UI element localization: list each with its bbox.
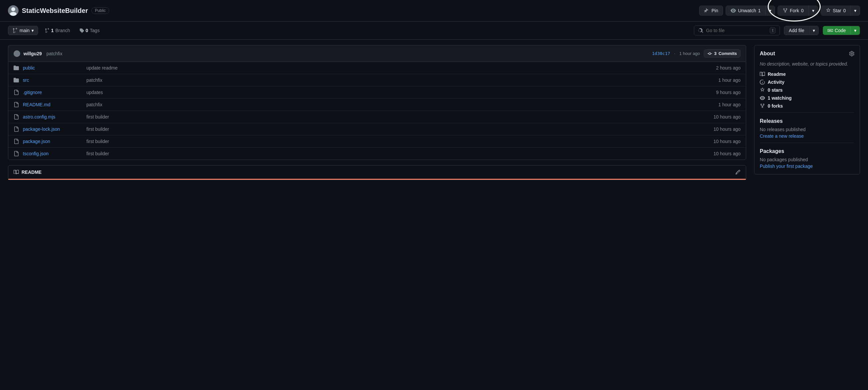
stars-stat-icon [760,87,765,93]
header-actions: Pin Unwatch 1 ▾ Fork 0 ▾ [699,6,860,16]
file-time: 10 hours ago [701,139,741,144]
unwatch-dropdown[interactable]: ▾ [766,6,775,15]
watching-link[interactable]: 1 watching [768,95,792,101]
sidebar: About No description, website, or topics… [754,45,860,180]
file-time: 2 hours ago [701,65,741,70]
branch-count-label: Branch [55,28,70,33]
forks-stat-icon [760,103,765,109]
file-row: package.json first builder 10 hours ago [8,136,746,148]
add-file-button[interactable]: Add file [784,26,809,35]
about-description: No description, website, or topics provi… [760,61,855,67]
watching-stat-icon [760,95,765,101]
readme-stat[interactable]: Readme [760,71,855,77]
file-name[interactable]: package-lock.json [23,126,83,132]
publish-package-link[interactable]: Publish your first package [760,163,813,169]
gear-icon[interactable] [849,51,855,56]
commit-time: 1 hour ago [679,51,700,56]
stars-link[interactable]: 0 stars [768,87,783,93]
star-label: Star [833,8,841,13]
file-icon [13,139,19,144]
visibility-badge: Public [91,7,110,14]
file-time: 9 hours ago [701,90,741,95]
star-icon [826,8,831,13]
readme-stat-icon [760,71,765,77]
file-commit: first builder [86,151,697,156]
star-dropdown[interactable]: ▾ [851,6,860,15]
file-row: public update readme 2 hours ago [8,62,746,74]
stars-stat[interactable]: 0 stars [760,87,855,93]
file-name[interactable]: astro.config.mjs [23,114,83,120]
file-name[interactable]: README.md [23,102,83,107]
readme-header-title: README [13,170,42,175]
pin-label: Pin [711,8,718,13]
code-dropdown[interactable]: ▾ [851,26,860,35]
branch-dropdown-icon: ▾ [31,28,34,33]
code-label: Code [835,28,846,33]
file-commit: update readme [86,65,697,70]
tag-count-link[interactable]: 0 Tags [77,26,102,35]
commits-label: Commits [718,51,737,56]
file-time: 1 hour ago [701,78,741,83]
file-row: astro.config.mjs first builder 10 hours … [8,111,746,123]
fork-split: Fork 0 ▾ [778,6,818,16]
search-file-input[interactable] [706,28,767,33]
unwatch-button[interactable]: Unwatch 1 [726,6,765,15]
commit-author-name[interactable]: willgu29 [24,51,42,56]
branch-count-icon [45,28,49,33]
file-icon [13,114,19,120]
commit-author-avatar [13,50,20,57]
file-time: 10 hours ago [701,114,741,120]
commit-hash[interactable]: 1d30c17 [652,51,670,56]
code-button[interactable]: Code [823,26,851,35]
file-name[interactable]: public [23,65,83,70]
repo-name[interactable]: StaticWebsiteBuilder [22,7,88,14]
repo-title-area: StaticWebsiteBuilder Public [8,5,109,16]
commit-message: patchfix [46,51,62,56]
main-layout: willgu29 patchfix 1d30c17 · 1 hour ago 3… [0,40,868,185]
fork-split-wrapper: Fork 0 ▾ [778,6,818,16]
file-name[interactable]: package.json [23,139,83,144]
pin-icon [704,8,709,13]
pencil-icon[interactable] [735,170,741,175]
forks-stat[interactable]: 0 forks [760,103,855,109]
about-header: About [760,51,855,57]
commits-count: 3 [714,51,716,56]
star-button[interactable]: Star 0 [821,6,851,15]
branch-count-number: 1 [51,28,54,33]
forks-link[interactable]: 0 forks [768,103,783,109]
code-icon [828,28,833,33]
fork-dropdown[interactable]: ▾ [809,6,818,15]
commits-link[interactable]: 3 Commits [704,49,741,58]
file-name[interactable]: tsconfig.json [23,151,83,156]
book-icon [13,170,19,175]
fork-icon [783,8,788,13]
branch-selector[interactable]: main ▾ [8,26,38,35]
pin-button[interactable]: Pin [699,6,723,16]
star-split: Star 0 ▾ [821,6,860,16]
readme-link[interactable]: Readme [768,71,785,77]
create-release-link[interactable]: Create a new release [760,133,804,139]
file-time: 10 hours ago [701,126,741,132]
search-kbd: t [770,28,775,33]
file-name[interactable]: src [23,78,83,83]
file-commit: patchfix [86,78,697,83]
readme-header: README [8,166,746,180]
readme-section: README [8,165,746,180]
add-file-dropdown[interactable]: ▾ [809,26,818,35]
file-commit: patchfix [86,102,697,107]
fork-button[interactable]: Fork 0 [778,6,809,15]
file-commit: updates [86,90,697,95]
activity-stat[interactable]: Activity [760,80,855,85]
file-area: willgu29 patchfix 1d30c17 · 1 hour ago 3… [8,45,746,180]
file-name[interactable]: .gitignore [23,90,83,95]
commit-bar: willgu29 patchfix 1d30c17 · 1 hour ago 3… [8,45,746,62]
releases-section: Releases No releases published Create a … [760,118,855,139]
activity-link[interactable]: Activity [768,80,784,85]
file-icon [13,126,19,132]
commit-right: 1d30c17 · 1 hour ago 3 Commits [652,49,741,58]
star-count: 0 [843,8,846,13]
file-commit: first builder [86,126,697,132]
fork-count: 0 [801,8,804,13]
watching-stat[interactable]: 1 watching [760,95,855,101]
branch-count-link[interactable]: 1 Branch [42,26,72,35]
